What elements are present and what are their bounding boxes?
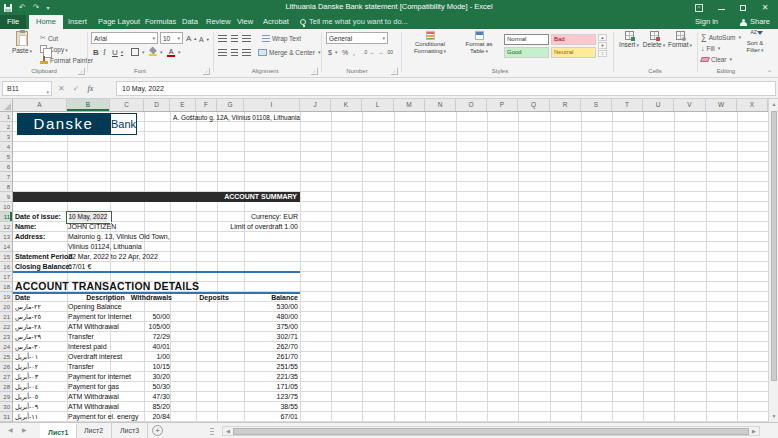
italic-button[interactable]: I [103, 47, 106, 57]
paste-button[interactable]: Paste [8, 31, 36, 54]
font-dialog-launcher[interactable]: ⌟ [203, 68, 210, 75]
vertical-scrollbar[interactable]: ▲ ▼ [768, 99, 778, 422]
vertical-align-buttons[interactable] [218, 33, 251, 43]
cell-withdrawal[interactable]: 20/84 [110, 412, 170, 422]
cell-balance[interactable]: 251/55 [230, 362, 298, 372]
cell-balance[interactable]: 123/75 [230, 392, 298, 402]
number-format-combo[interactable]: General▾ [326, 32, 388, 44]
column-header-T[interactable]: T [612, 99, 643, 111]
fill-color-button[interactable] [149, 47, 163, 57]
row-header-21[interactable]: 21 [0, 312, 12, 322]
minimize-button[interactable] [710, 0, 732, 15]
row-header-11[interactable]: 11 [0, 212, 12, 222]
row-header-16[interactable]: 16 [0, 262, 12, 272]
font-size-combo[interactable]: 10▾ [160, 32, 183, 44]
cell-balance[interactable]: 67/01 [230, 412, 298, 422]
cell-balance[interactable]: 530/00 [230, 302, 298, 312]
copy-button[interactable]: Copy [40, 44, 68, 54]
merge-center-button[interactable]: Merge & Center [258, 47, 320, 57]
cell-withdrawal[interactable]: 85/20 [110, 402, 170, 412]
comma-style-button[interactable]: , [353, 47, 355, 57]
row-header-13[interactable]: 13 [0, 232, 12, 242]
column-header-Q[interactable]: Q [518, 99, 550, 111]
cell-date[interactable]: ٢٥-مارس [15, 312, 67, 322]
row-header-30[interactable]: 30 [0, 402, 12, 412]
share-button[interactable]: Share [740, 15, 770, 29]
cut-button[interactable]: Cut [40, 33, 58, 43]
cell-balance[interactable]: 261/70 [230, 352, 298, 362]
cell-balance[interactable]: 221/35 [230, 372, 298, 382]
styles-gallery-down-icon[interactable]: ▼ [598, 42, 607, 49]
row-header-4[interactable]: 4 [0, 142, 12, 152]
cell-balance[interactable]: 375/00 [230, 322, 298, 332]
sheet-nav-right-icon[interactable]: ▶ [22, 426, 27, 433]
cell-date[interactable]: ٠١-أبريل [15, 352, 67, 362]
sort-filter-button[interactable]: AZ Sort &Filter [742, 30, 768, 53]
delete-cells-button[interactable]: Delete [642, 31, 666, 48]
number-dialog-launcher[interactable]: ⌟ [391, 68, 398, 75]
row-header-9[interactable]: 9 [0, 192, 12, 202]
cell-balance[interactable]: 480/00 [230, 312, 298, 322]
column-header-I[interactable]: I [244, 99, 300, 111]
cell-date[interactable]: ٠٣-أبريل [15, 372, 67, 382]
sheet-tab-Лист3[interactable]: Лист3 [112, 423, 148, 438]
row-header-10[interactable]: 10 [0, 202, 12, 212]
horizontal-align-buttons[interactable] [218, 47, 251, 57]
column-header-G[interactable]: G [217, 99, 244, 111]
row-header-6[interactable]: 6 [0, 162, 12, 172]
scroll-up-icon[interactable]: ▲ [769, 99, 778, 110]
column-header-J[interactable]: J [300, 99, 331, 111]
column-header-B[interactable]: B [67, 99, 110, 111]
fill-button[interactable]: Fill [701, 43, 720, 53]
format-as-table-button[interactable]: Format asTable [458, 31, 500, 54]
grow-font-button[interactable]: A▲ [186, 33, 197, 43]
row-header-3[interactable]: 3 [0, 132, 12, 142]
cell-date[interactable]: ١١-أبريل [15, 412, 67, 422]
tell-me-box[interactable]: Tell me what you want to do... [300, 15, 408, 29]
cell-withdrawal[interactable]: 1/00 [110, 352, 170, 362]
increase-decimal-button[interactable]: .0→ [363, 47, 374, 57]
row-header-24[interactable]: 24 [0, 342, 12, 352]
cell-withdrawal[interactable]: 50/00 [110, 312, 170, 322]
column-header-X[interactable]: X [737, 99, 768, 111]
cell-date[interactable]: ٠٤-أبريل [15, 382, 67, 392]
row-header-31[interactable]: 31 [0, 412, 12, 422]
row-header-5[interactable]: 5 [0, 152, 12, 162]
cancel-icon[interactable]: ✕ [58, 84, 65, 93]
cell-withdrawal[interactable]: 72/29 [110, 332, 170, 342]
style-normal[interactable]: Normal [504, 34, 549, 45]
sign-in-button[interactable]: Sign in [695, 15, 718, 29]
cell-withdrawal[interactable]: 10/15 [110, 362, 170, 372]
scroll-left-icon[interactable]: ◀ [223, 427, 233, 435]
row-header-7[interactable]: 7 [0, 172, 12, 182]
autosum-button[interactable]: ∑AutoSum [701, 32, 741, 42]
cell-date[interactable]: ٢٩-مارس [15, 332, 67, 342]
horizontal-scrollbar[interactable]: ◀ ▶ [222, 426, 760, 436]
cell-withdrawal[interactable]: 40/01 [110, 342, 170, 352]
row-header-18[interactable]: 18 [0, 282, 12, 292]
cell-date[interactable]: ٣٠-مارس [15, 342, 67, 352]
sheet-tab-Лист2[interactable]: Лист2 [76, 423, 112, 438]
row-header-12[interactable]: 12 [0, 222, 12, 232]
row-header-1[interactable]: 1 [0, 112, 12, 122]
row-header-14[interactable]: 14 [0, 242, 12, 252]
cell-date[interactable]: ٠٢-أبريل [15, 362, 67, 372]
format-painter-button[interactable]: Format Painter [40, 55, 93, 65]
style-bad[interactable]: Bad [551, 34, 596, 45]
clear-button[interactable]: Clear [701, 54, 732, 64]
row-header-19[interactable]: 19 [0, 292, 12, 302]
font-name-combo[interactable]: Arial▾ [91, 32, 158, 44]
insert-cells-button[interactable]: Insert [617, 31, 641, 48]
accounting-format-button[interactable]: $ [328, 47, 337, 57]
collapse-ribbon-icon[interactable]: ⌃ [767, 69, 772, 76]
insert-function-icon[interactable]: fx [87, 84, 93, 93]
cell-balance[interactable]: 38/55 [230, 402, 298, 412]
row-header-23[interactable]: 23 [0, 332, 12, 342]
sheet-tab-Лист1[interactable]: Лист1 [40, 423, 77, 438]
shrink-font-button[interactable]: A▼ [199, 34, 210, 44]
row-header-26[interactable]: 26 [0, 362, 12, 372]
cell-date[interactable]: ٠٩-أبريل [15, 402, 67, 412]
row-header-15[interactable]: 15 [0, 252, 12, 262]
cell-withdrawal[interactable]: 105/00 [110, 322, 170, 332]
new-sheet-button[interactable]: + [152, 425, 163, 436]
